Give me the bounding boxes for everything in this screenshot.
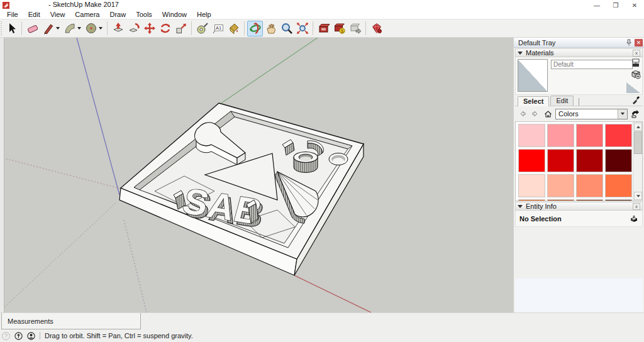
shapes-tool-button[interactable] [83,21,99,36]
collections-dropdown-button[interactable] [618,109,627,119]
measurements-box[interactable]: Measurements [1,313,141,329]
menu-item-camera[interactable]: Camera [70,11,104,18]
chevron-down-icon[interactable] [56,27,60,30]
color-swatch[interactable] [576,199,603,201]
orbit-tool-button[interactable] [247,21,263,36]
color-swatch[interactable] [605,174,632,197]
select-tool-button[interactable] [3,21,19,36]
color-swatch[interactable] [576,149,603,172]
tab-edit[interactable]: Edit [550,96,574,106]
paint-bucket-tool-button[interactable] [226,21,242,36]
restore-button[interactable]: ❐ [606,0,625,10]
3d-warehouse-icon [318,22,330,35]
chevron-down-icon[interactable] [77,27,81,30]
menu-item-window[interactable]: Window [157,11,192,18]
tape-measure-tool-button[interactable] [194,21,210,36]
zoom-tool-button[interactable] [279,21,294,36]
push-pull-tool-button[interactable] [110,21,126,36]
arc-tool-button[interactable] [62,21,77,36]
chevron-down-icon[interactable] [99,27,103,30]
scale-tool-button[interactable] [173,21,189,36]
color-swatch[interactable] [547,149,574,172]
share-model-button[interactable]: $ [331,21,347,36]
materials-section-header[interactable]: Materials x [515,48,643,57]
scroll-down-button[interactable] [634,192,642,200]
claim-credit-icon[interactable] [14,332,23,340]
pin-icon[interactable] [625,39,633,47]
color-swatch[interactable] [605,124,632,147]
entity-info-body: No Selection [515,211,643,227]
color-swatch[interactable] [518,149,545,172]
pan-tool-button[interactable] [263,21,279,36]
extension-warehouse-button[interactable] [369,21,384,36]
axis-blue-dotted [124,220,147,312]
window-controls: — ❐ ✕ [587,0,644,10]
material-preview-thumbnail[interactable] [518,59,548,92]
menu-item-file[interactable]: File [2,11,23,18]
swatch-scrollbar[interactable] [633,122,642,201]
arrow-left-icon [519,110,526,118]
3d-warehouse-button[interactable] [316,21,331,36]
line-tool-button[interactable] [40,21,56,36]
geolocation-icon[interactable]: ? [2,332,10,340]
svg-text:$: $ [341,29,343,33]
forward-button[interactable] [530,109,540,119]
viewport-3d[interactable]: SAB SAB [0,38,513,312]
color-swatch[interactable] [547,199,574,201]
entity-details-icon[interactable] [630,214,638,223]
color-swatch[interactable] [605,199,632,201]
create-material-icon[interactable] [631,69,641,79]
home-button[interactable] [543,109,553,119]
share-model-icon: $ [333,22,346,35]
entity-info-close-button[interactable]: x [633,203,640,210]
default-tray-header[interactable]: Default Tray ✕ [514,38,644,48]
color-swatch[interactable] [518,124,545,147]
rotate-tool-button[interactable] [157,21,173,36]
entity-info-section-header[interactable]: Entity Info x [515,202,643,211]
color-swatch[interactable] [576,174,603,197]
move-tool-button[interactable] [142,21,157,36]
menu-item-view[interactable]: View [45,11,70,18]
zoom-extents-tool-button[interactable] [294,21,310,36]
back-button[interactable] [518,109,528,119]
select-cursor-icon [5,22,18,35]
follow-me-tool-button[interactable] [126,21,142,36]
minimize-button[interactable]: — [587,0,606,10]
close-button[interactable]: ✕ [625,0,644,10]
tab-select[interactable]: Select [518,96,549,106]
menu-item-help[interactable]: Help [192,11,216,18]
collections-dropdown-value: Colors [556,110,618,118]
color-swatch[interactable] [518,174,545,197]
menu-item-edit[interactable]: Edit [23,11,45,18]
secondary-pane-icon[interactable] [631,58,640,67]
color-swatch[interactable] [547,124,574,147]
eraser-tool-button[interactable] [25,21,40,36]
color-swatch[interactable] [518,199,545,201]
axis-red-dotted [0,157,121,189]
color-swatch[interactable] [576,124,603,147]
text-tool-button[interactable]: A1 [210,21,226,36]
sign-in-icon[interactable] [27,332,35,340]
entity-info-status: No Selection [519,215,630,223]
material-sample-swatch[interactable] [626,82,640,93]
menu-item-tools[interactable]: Tools [131,11,157,18]
in-model-button[interactable] [630,109,640,119]
color-swatch[interactable] [547,174,574,197]
viewport-left-gutter [0,38,4,312]
default-tray-close-button[interactable]: ✕ [635,39,643,47]
scrollbar-thumb[interactable] [634,131,642,154]
paint-bucket-icon [228,22,240,35]
arrow-up-icon [636,126,640,128]
toolbar-grip[interactable] [1,21,2,35]
collapse-triangle-icon [518,205,523,208]
menu-bar: File Edit View Camera Draw Tools Window … [0,10,644,19]
scroll-up-button[interactable] [634,123,642,131]
eyedropper-icon[interactable] [631,96,640,104]
tray-hole-bottom [333,158,344,164]
menu-item-draw[interactable]: Draw [104,11,131,18]
share-component-button[interactable] [347,21,363,36]
color-swatch[interactable] [605,149,632,172]
material-name-input[interactable] [551,60,633,69]
materials-close-button[interactable]: x [633,50,640,57]
collections-dropdown[interactable]: Colors [555,109,628,119]
